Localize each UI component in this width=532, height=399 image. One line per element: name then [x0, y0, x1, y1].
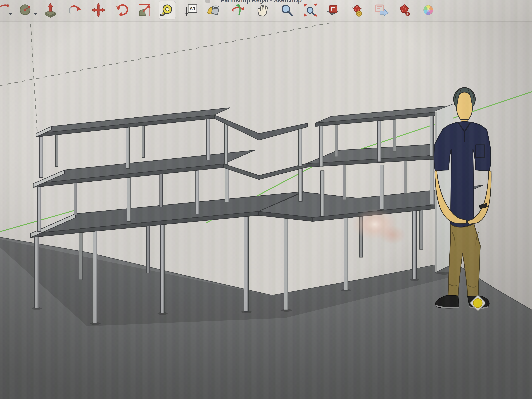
- window-title: Farmshop Regal - SketchUp: [221, 0, 302, 4]
- dimension-icon-label: A1: [190, 6, 196, 11]
- circle-icon[interactable]: [20, 5, 30, 15]
- modeling-canvas[interactable]: [0, 0, 532, 399]
- color-wheel-icon[interactable]: [424, 5, 433, 15]
- titlebar-doc-icon: [205, 0, 210, 3]
- toolbar: Farmshop Regal - SketchUp: [0, 0, 532, 21]
- lens-flare-secondary: [379, 225, 406, 244]
- toolbar-divider: [0, 21, 532, 21]
- sketchup-window: Farmshop Regal - SketchUp: [0, 0, 532, 399]
